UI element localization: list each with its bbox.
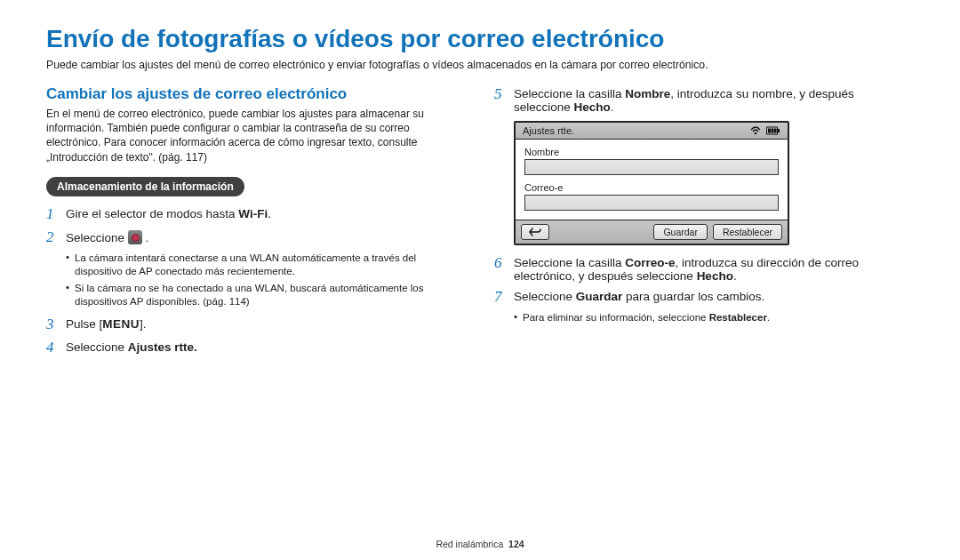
restablecer-button[interactable]: Restablecer (713, 224, 782, 240)
step-6-pre: Seleccione la casilla (514, 256, 625, 269)
bullet-pre: Para eliminar su información, seleccione (523, 312, 709, 323)
step-6-b1: Correo-e (625, 256, 675, 269)
bullet-item: La cámara intentará conectarse a una WLA… (66, 252, 466, 278)
step-6-post: . (733, 269, 737, 283)
wifi-label: Wi-Fi (238, 207, 268, 220)
svg-point-0 (755, 132, 756, 134)
info-storage-pill: Almacenamiento de la información (46, 177, 244, 196)
section-title: Cambiar los ajustes de correo electrónic… (46, 85, 466, 103)
step-number: 5 (494, 85, 514, 114)
step-6-b2: Hecho (697, 269, 733, 283)
page-title: Envío de fotografías o vídeos por correo… (46, 25, 914, 53)
svg-rect-3 (772, 129, 774, 133)
field-label-nombre: Nombre (524, 147, 779, 157)
step-number: 1 (46, 205, 66, 223)
footer-section: Red inalámbrica (436, 539, 503, 549)
menu-label: MENU (102, 317, 140, 331)
camera-screenshot: Ajustes rtte. Nombre Correo-e (514, 121, 789, 245)
step-3-post: ]. (140, 317, 147, 331)
page-footer: Red inalámbrica 124 (0, 539, 960, 549)
step-7-bullets: Para eliminar su información, seleccione… (514, 311, 914, 324)
step-number: 3 (46, 316, 66, 333)
step-5-post: . (611, 100, 614, 114)
step-7: 7 Seleccione Guardar para guardar los ca… (494, 288, 914, 306)
step-2-period: . (146, 231, 149, 244)
screenshot-title: Ajustes rtte. (523, 125, 574, 136)
step-1-text: Gire el selector de modos hasta (66, 207, 238, 220)
correo-field[interactable] (524, 195, 779, 211)
battery-icon (766, 126, 780, 135)
step-4-bold: Ajustes rtte. (128, 340, 197, 354)
intro-text: Puede cambiar los ajustes del menú de co… (46, 59, 914, 71)
step-6: 6 Seleccione la casilla Correo-e, introd… (494, 254, 914, 283)
back-arrow-icon (529, 228, 541, 236)
bullet-post: . (767, 312, 770, 323)
content-columns: Cambiar los ajustes de correo electrónic… (46, 85, 914, 362)
step-7-post: para guardar los cambios. (622, 290, 764, 303)
left-column: Cambiar los ajustes de correo electrónic… (46, 85, 466, 362)
step-5: 5 Seleccione la casilla Nombre, introduz… (494, 85, 914, 114)
back-button[interactable] (521, 224, 549, 240)
email-app-icon (128, 230, 142, 244)
page-number: 124 (508, 539, 524, 549)
svg-rect-2 (768, 129, 771, 133)
screenshot-footer: Guardar Restablecer (516, 220, 788, 244)
svg-rect-5 (778, 129, 780, 132)
wifi-icon (750, 126, 761, 135)
step-number: 6 (494, 254, 514, 283)
step-2-bullets: La cámara intentará conectarse a una WLA… (66, 252, 466, 308)
step-2: 2 Seleccione . (46, 228, 466, 246)
step-4-pre: Seleccione (66, 340, 128, 354)
step-5-pre: Seleccione la casilla (514, 87, 625, 100)
bullet-bold: Restablecer (709, 312, 767, 323)
step-3-pre: Pulse [ (66, 317, 102, 331)
right-column: 5 Seleccione la casilla Nombre, introduz… (494, 85, 914, 362)
bullet-item: Para eliminar su información, seleccione… (514, 311, 914, 324)
step-2-text: Seleccione (66, 231, 128, 244)
step-number: 4 (46, 339, 66, 356)
guardar-button[interactable]: Guardar (653, 224, 708, 240)
step-5-b1: Nombre (625, 87, 670, 100)
nombre-field[interactable] (524, 159, 779, 175)
step-1-period: . (268, 207, 271, 220)
step-5-b2: Hecho (574, 100, 611, 114)
step-7-b1: Guardar (576, 290, 623, 303)
screenshot-body: Nombre Correo-e (516, 140, 788, 220)
step-number: 7 (494, 288, 514, 306)
step-3: 3 Pulse [MENU]. (46, 316, 466, 333)
step-1: 1 Gire el selector de modos hasta Wi-Fi. (46, 205, 466, 223)
screenshot-header: Ajustes rtte. (516, 123, 788, 140)
field-label-correo: Correo-e (524, 182, 779, 193)
bullet-item: Si la cámara no se ha conectado a una WL… (66, 282, 466, 308)
section-desc: En el menú de correo electrónico, puede … (46, 107, 466, 164)
svg-rect-4 (774, 129, 777, 133)
step-number: 2 (46, 228, 66, 246)
step-4: 4 Seleccione Ajustes rtte. (46, 339, 466, 356)
step-7-pre: Seleccione (514, 290, 576, 303)
